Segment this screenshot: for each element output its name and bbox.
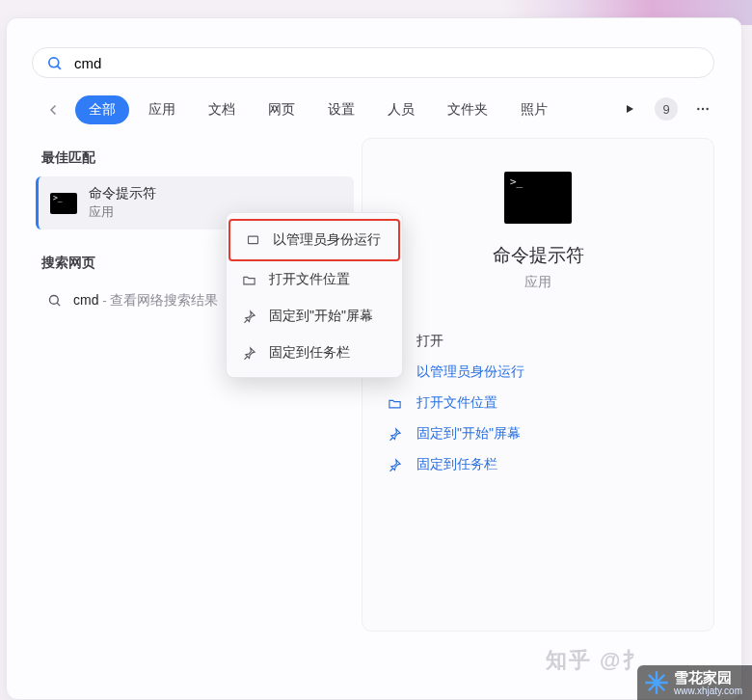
best-match-texts: 命令提示符 应用 — [89, 185, 156, 221]
ctx-label: 固定到任务栏 — [269, 344, 350, 362]
svg-point-10 — [654, 680, 659, 686]
search-icon — [47, 293, 62, 308]
watermark-zhihu: 知乎 @扌 — [546, 646, 646, 675]
detail-title: 命令提示符 — [386, 243, 690, 268]
action-label: 固定到任务栏 — [416, 456, 497, 473]
pin-icon — [240, 310, 257, 324]
watermark-brand: 雪花家园 www.xhjaty.com — [637, 665, 752, 700]
detail-actions: 打开 以管理员身份运行 打开文件位置 固定到"开始"屏幕 — [386, 326, 690, 480]
action-label: 固定到"开始"屏幕 — [416, 425, 521, 443]
filter-chip-people[interactable]: 人员 — [374, 95, 428, 124]
filter-chip-apps[interactable]: 应用 — [135, 95, 189, 124]
action-open[interactable]: 打开 — [386, 326, 690, 357]
context-menu: 以管理员身份运行 打开文件位置 固定到"开始"屏幕 固定到任务栏 — [226, 212, 403, 378]
svg-marker-2 — [627, 105, 633, 113]
filter-chip-docs[interactable]: 文档 — [195, 95, 249, 124]
ctx-run-as-admin[interactable]: 以管理员身份运行 — [228, 219, 400, 261]
ctx-label: 以管理员身份运行 — [273, 231, 381, 249]
search-input[interactable] — [74, 55, 700, 71]
ctx-label: 固定到"开始"屏幕 — [269, 308, 373, 325]
svg-point-0 — [49, 57, 59, 67]
svg-point-5 — [706, 108, 708, 110]
pin-icon — [240, 346, 257, 361]
toolbar-right: 9 — [616, 95, 716, 122]
ctx-open-location[interactable]: 打开文件位置 — [227, 261, 402, 298]
folder-icon — [240, 273, 257, 287]
best-match-title: 命令提示符 — [89, 185, 156, 202]
filter-chip-web[interactable]: 网页 — [255, 95, 309, 124]
filter-chip-settings[interactable]: 设置 — [314, 95, 368, 124]
cmd-thumbnail-icon — [50, 193, 77, 214]
notification-badge[interactable]: 9 — [655, 97, 678, 121]
pin-icon — [386, 458, 403, 472]
admin-shield-icon — [244, 233, 261, 248]
action-label: 以管理员身份运行 — [416, 363, 524, 381]
detail-pane: 命令提示符 应用 打开 以管理员身份运行 打开文件位置 — [362, 138, 714, 632]
search-panel: 全部 应用 文档 网页 设置 人员 文件夹 照片 9 最佳匹配 命令提示符 应用… — [6, 17, 742, 700]
svg-line-7 — [57, 303, 60, 306]
play-button[interactable] — [616, 95, 643, 122]
action-label: 打开 — [416, 333, 443, 350]
ctx-pin-taskbar[interactable]: 固定到任务栏 — [227, 335, 402, 371]
web-search-text: cmd - 查看网络搜索结果 — [73, 291, 218, 310]
filter-chip-folders[interactable]: 文件夹 — [434, 95, 501, 124]
search-bar[interactable] — [32, 47, 714, 78]
action-pin-taskbar[interactable]: 固定到任务栏 — [386, 449, 690, 480]
best-match-subtitle: 应用 — [89, 204, 156, 221]
svg-point-6 — [50, 296, 59, 305]
filter-chip-all[interactable]: 全部 — [75, 95, 129, 124]
svg-point-4 — [702, 108, 704, 110]
svg-line-1 — [57, 66, 60, 68]
brand-url: www.xhjaty.com — [674, 687, 742, 696]
action-run-as-admin[interactable]: 以管理员身份运行 — [386, 357, 690, 388]
ctx-label: 打开文件位置 — [269, 271, 350, 288]
more-button[interactable] — [689, 95, 716, 122]
pin-icon — [386, 427, 403, 442]
search-icon — [46, 55, 63, 71]
action-pin-start[interactable]: 固定到"开始"屏幕 — [386, 418, 690, 449]
brand-name: 雪花家园 — [674, 670, 742, 685]
filter-chip-photos[interactable]: 照片 — [507, 95, 561, 124]
filter-row: 全部 应用 文档 网页 设置 人员 文件夹 照片 — [40, 94, 714, 126]
ctx-pin-start[interactable]: 固定到"开始"屏幕 — [227, 298, 402, 335]
back-button[interactable] — [40, 96, 67, 123]
section-title-best-match: 最佳匹配 — [41, 149, 354, 167]
snowflake-icon — [643, 669, 670, 696]
action-label: 打开文件位置 — [416, 394, 497, 412]
folder-icon — [386, 396, 403, 411]
action-open-location[interactable]: 打开文件位置 — [386, 388, 690, 418]
app-large-thumbnail-icon — [504, 172, 572, 224]
svg-point-3 — [697, 108, 699, 110]
detail-type: 应用 — [386, 274, 690, 291]
svg-rect-9 — [248, 236, 257, 244]
